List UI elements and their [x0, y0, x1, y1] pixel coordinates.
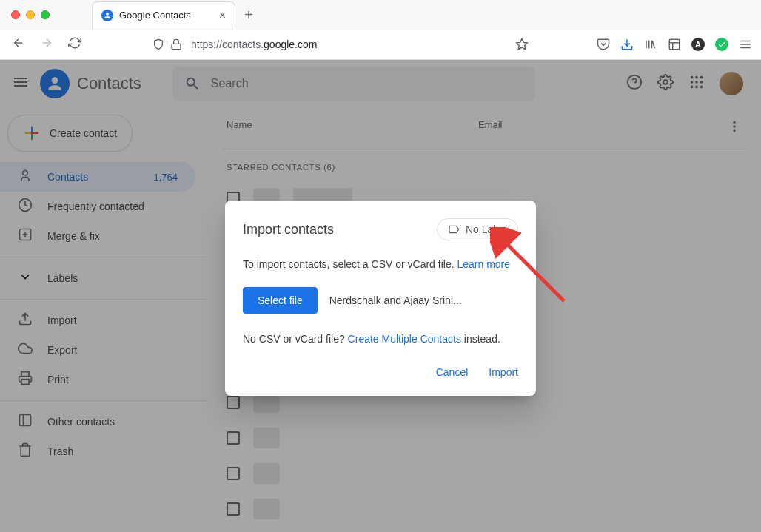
url-text: https://contacts.google.com [191, 38, 317, 50]
shield-icon [152, 38, 164, 50]
modal-alt-text: No CSV or vCard file? Create Multiple Co… [243, 331, 518, 347]
forward-button [37, 33, 56, 55]
lock-icon [170, 38, 182, 50]
tab-title: Google Contacts [119, 10, 191, 21]
menu-icon[interactable] [739, 38, 752, 51]
modal-intro: To import contacts, select a CSV or vCar… [243, 257, 518, 272]
close-tab-icon[interactable]: × [219, 9, 226, 22]
svg-rect-1 [172, 44, 181, 49]
url-input[interactable]: https://contacts.google.com [93, 38, 588, 51]
extension-icon[interactable] [715, 38, 728, 51]
back-button[interactable] [9, 33, 28, 55]
modal-title: Import contacts [243, 222, 334, 238]
select-file-button[interactable]: Select file [243, 287, 318, 314]
tab-bar: Google Contacts × + [0, 0, 761, 30]
new-tab-icon[interactable]: + [244, 7, 253, 24]
browser-tab[interactable]: Google Contacts × [92, 1, 235, 28]
url-bar: https://contacts.google.com A [0, 30, 761, 59]
import-button[interactable]: Import [489, 366, 518, 378]
pocket-icon[interactable] [597, 38, 610, 51]
create-multiple-link[interactable]: Create Multiple Contacts [348, 333, 461, 345]
label-chip[interactable]: No Label [437, 218, 518, 240]
reader-icon[interactable] [668, 38, 681, 51]
star-icon[interactable] [515, 38, 529, 51]
svg-rect-3 [669, 39, 680, 50]
mac-window-controls[interactable] [6, 10, 55, 19]
reload-button[interactable] [65, 33, 84, 55]
favicon-icon [101, 10, 113, 21]
svg-marker-2 [517, 39, 528, 50]
minimize-window-icon[interactable] [26, 10, 35, 19]
cancel-button[interactable]: Cancel [436, 366, 469, 378]
close-window-icon[interactable] [11, 10, 20, 19]
account-badge-icon[interactable]: A [691, 38, 705, 51]
download-icon[interactable] [620, 38, 634, 51]
learn-more-link[interactable]: Learn more [457, 258, 510, 270]
library-icon[interactable] [644, 38, 657, 51]
label-icon [448, 223, 460, 235]
app: Contacts Create contact [0, 60, 761, 532]
modal-overlay: Import contacts No Label To import conta… [0, 60, 761, 532]
maximize-window-icon[interactable] [41, 10, 50, 19]
import-contacts-modal: Import contacts No Label To import conta… [225, 201, 536, 396]
=: Nerdschalk and Ajaay Srini... [329, 294, 462, 306]
svg-point-0 [106, 13, 109, 16]
browser-chrome: Google Contacts × + https://contacts.goo… [0, 0, 761, 60]
